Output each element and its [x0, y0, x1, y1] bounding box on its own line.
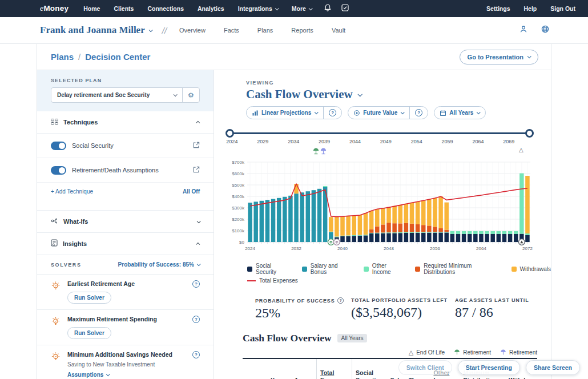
legend-label: Other Income — [372, 263, 405, 275]
run-solver-button[interactable]: Run Solver — [67, 327, 111, 339]
toggle-on[interactable] — [51, 142, 66, 150]
nav-link-label: Integrations — [238, 5, 272, 12]
slider-track[interactable] — [229, 132, 530, 134]
probability-of-success-link[interactable]: Probability of Success: 85% — [118, 261, 200, 268]
client-tabs: OverviewFactsPlansReportsVault — [179, 27, 345, 34]
help-icon[interactable]: ? — [192, 351, 200, 358]
globe-icon[interactable] — [541, 25, 549, 35]
solver-title: Maximum Retirement Spending — [67, 316, 192, 322]
filter-pill: Linear Projections? — [246, 106, 342, 119]
help-icon[interactable]: ? — [192, 316, 200, 323]
nav-link-connections[interactable]: Connections — [147, 5, 184, 12]
switch-client-button[interactable]: Switch Client — [398, 360, 452, 375]
column-header-line: Social — [356, 369, 383, 377]
slider-handle-end[interactable] — [525, 129, 534, 138]
legend-line-swatch — [247, 280, 256, 281]
share-screen-button[interactable]: Share Screen — [526, 360, 580, 375]
go-to-presentation-button[interactable]: Go to Presentation — [460, 50, 538, 64]
solver-content: Minimum Additional Savings Needed?Saving… — [67, 351, 200, 379]
column-header[interactable]: Year — [267, 359, 291, 379]
nav-link-help[interactable]: Help — [523, 5, 537, 12]
nav-link-label: Connections — [147, 5, 184, 12]
techniques-section-header[interactable]: Techniques — [37, 111, 214, 134]
nav-link-clients[interactable]: Clients — [114, 5, 134, 12]
stat-label-text: AGE ASSETS LAST UNTIL — [455, 297, 529, 303]
emoney-logo[interactable]: eMoney — [40, 4, 69, 13]
toggle-on[interactable] — [51, 166, 66, 175]
tab-reports[interactable]: Reports — [291, 27, 313, 34]
nav-link-settings[interactable]: Settings — [486, 5, 510, 12]
svg-text:2040: 2040 — [337, 246, 348, 251]
solver-content: Earliest Retirement Age?Run Solver — [67, 280, 200, 304]
breadcrumb-plans-link[interactable]: Plans — [51, 52, 74, 62]
chart-filters: Linear Projections?Future Value?All Year… — [246, 106, 551, 119]
client-name-menu[interactable]: Frank and Joanna Miller — [40, 25, 152, 36]
external-link-icon[interactable] — [193, 140, 200, 151]
nav-link-more[interactable]: More — [292, 5, 312, 12]
filter-help-button[interactable]: ? — [409, 107, 428, 119]
nav-right-links: SettingsHelpSign Out — [486, 5, 575, 12]
tasks-icon[interactable] — [341, 3, 349, 14]
solver-title: Earliest Retirement Age — [67, 280, 192, 287]
filter-all-years[interactable]: All Years — [434, 107, 485, 119]
slider-year-label: 2059 — [442, 139, 453, 144]
umbrella-green-icon — [454, 349, 460, 356]
column-header-line: Distributions — [464, 377, 502, 379]
filter-help-button[interactable]: ? — [323, 107, 341, 119]
slider-handle-start[interactable] — [225, 129, 234, 138]
view-title-dropdown[interactable]: Cash Flow Overview — [246, 87, 551, 102]
bell-icon[interactable] — [324, 3, 331, 14]
cash-flow-chart[interactable]: $0$100k$200k$300k$400k$500k$600k$700k202… — [229, 156, 551, 260]
chevron-up-icon — [196, 120, 200, 124]
assumptions-link[interactable]: Assumptions — [67, 372, 200, 378]
legend-item: Other Income — [364, 263, 405, 275]
column-header-line: Age — [294, 377, 313, 379]
nav-link-home[interactable]: Home — [83, 5, 100, 12]
insights-section-header[interactable]: Insights — [37, 233, 214, 255]
slider-year-label: 2049 — [380, 139, 392, 144]
stat-label: AGE ASSETS LAST UNTIL — [455, 297, 529, 303]
bar-chart-icon — [252, 110, 258, 116]
page-title: Decision Center — [85, 52, 150, 62]
filter-label: Linear Projections — [261, 110, 311, 116]
tab-overview[interactable]: Overview — [179, 27, 206, 34]
tab-plans[interactable]: Plans — [257, 27, 273, 34]
chevron-up-icon — [196, 242, 200, 246]
column-header[interactable]: Age — [291, 359, 316, 379]
solver-item: Earliest Retirement Age?Run Solver — [37, 274, 214, 309]
stat-block: PROBABILITY OF SUCCESS?25% — [255, 297, 351, 321]
tab-facts[interactable]: Facts — [224, 27, 239, 34]
add-technique-link[interactable]: + Add Technique — [51, 188, 93, 195]
column-header[interactable]: TotalExpenses — [316, 359, 352, 379]
info-icon[interactable]: ? — [337, 297, 344, 304]
nav-link-analytics[interactable]: Analytics — [198, 5, 224, 12]
all-off-link[interactable]: All Off — [183, 188, 200, 195]
user-icon[interactable] — [519, 25, 527, 35]
help-icon: ? — [415, 109, 422, 116]
technique-row: Retirement/Death Assumptions — [37, 158, 214, 183]
what-ifs-section-header[interactable]: What-Ifs — [37, 211, 214, 233]
start-presenting-button[interactable]: Start Presenting — [458, 360, 520, 375]
nav-link-label: Clients — [114, 5, 134, 12]
filter-linear-projections[interactable]: Linear Projections — [247, 107, 323, 119]
filter-future-value[interactable]: Future Value — [348, 107, 409, 119]
filter-label: Future Value — [363, 110, 397, 116]
column-header[interactable]: SocialSecurity — [352, 359, 386, 379]
external-link-icon[interactable] — [193, 165, 200, 175]
slider-year-label: 2044 — [349, 139, 361, 144]
help-icon[interactable]: ? — [192, 280, 200, 288]
plan-settings-button[interactable]: ⚙ — [182, 88, 199, 102]
selected-plan-dropdown[interactable]: Delay retirement and Soc Security — [51, 88, 182, 102]
column-header[interactable] — [243, 359, 267, 379]
nav-link-sign-out[interactable]: Sign Out — [550, 5, 575, 12]
presentation-controls: Switch ClientStart PresentingShare Scree… — [398, 360, 580, 375]
techniques-title: Techniques — [63, 119, 192, 126]
table-legend-label: Retirement — [463, 349, 491, 356]
solver-item: Maximum Retirement Spending?Run Solver — [37, 309, 214, 345]
legend-label: Required Minimum Distributions — [424, 263, 501, 275]
tab-vault[interactable]: Vault — [332, 27, 345, 34]
run-solver-button[interactable]: Run Solver — [67, 292, 111, 304]
nav-link-integrations[interactable]: Integrations — [238, 5, 278, 12]
solver-title-row: Earliest Retirement Age? — [67, 280, 200, 288]
nav-link-label: More — [292, 5, 306, 12]
